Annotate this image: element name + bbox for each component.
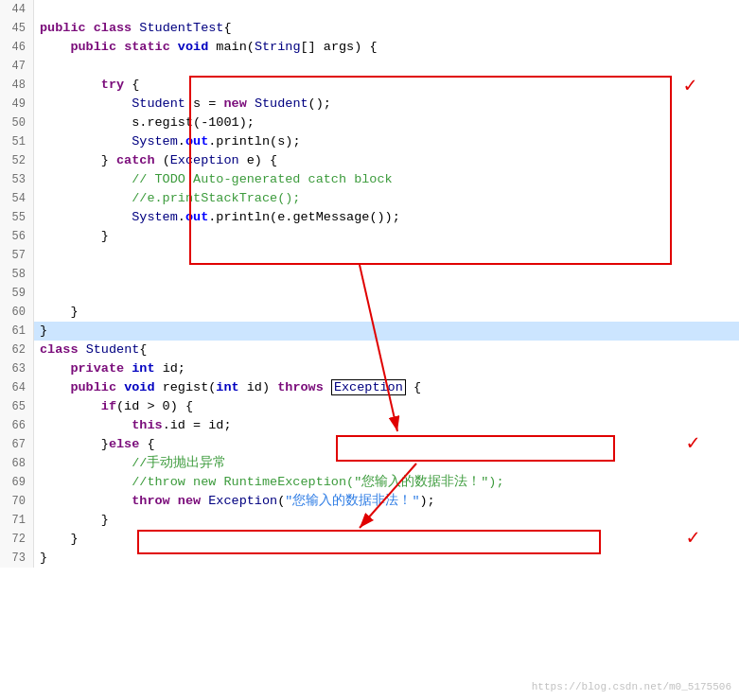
line-71: 71 } [0,511,739,530]
line-66: 66 this.id = id; [0,416,739,435]
line-57: 57 [0,246,739,265]
line-72: 72 } [0,530,739,549]
line-49: 49 Student s = new Student(); [0,95,739,114]
line-52: 52 } catch (Exception e) { [0,151,739,170]
line-68: 68 //手动抛出异常 [0,454,739,473]
line-51: 51 System.out.println(s); [0,132,739,151]
checkmark-3: ✓ [687,530,699,549]
line-44: 44 [0,0,739,19]
line-65: 65 if(id > 0) { [0,397,739,416]
line-59: 59 [0,284,739,303]
line-56: 56 } [0,227,739,246]
line-62: 62 class Student{ [0,341,739,359]
line-58: 58 [0,265,739,284]
line-60: 60 } [0,303,739,322]
line-54: 54 //e.printStackTrace(); [0,189,739,208]
line-73: 73 } [0,549,739,568]
line-53: 53 // TODO Auto-generated catch block [0,170,739,189]
line-55: 55 System.out.println(e.getMessage()); [0,208,739,227]
line-70: 70 throw new Exception("您输入的数据非法！"); [0,492,739,511]
line-69: 69 //throw new RuntimeException("您输入的数据非… [0,473,739,492]
line-50: 50 s.regist(-1001); [0,114,739,132]
line-46: 46 public static void main(String[] args… [0,38,739,57]
watermark: https://blog.csdn.net/m0_5175506 [532,677,731,696]
checkmark-1: ✓ [684,78,696,96]
line-61: 61 } [0,322,739,341]
code-container: 44 45 public class StudentTest{ 46 publi… [0,0,739,700]
line-48: 48 try { [0,76,739,95]
line-63: 63 private int id; [0,359,739,378]
line-45: 45 public class StudentTest{ [0,19,739,38]
checkmark-2: ✓ [687,435,699,454]
line-67: 67 }else { [0,435,739,454]
line-64: 64 public void regist(int id) throws Exc… [0,378,739,397]
line-47: 47 [0,57,739,76]
